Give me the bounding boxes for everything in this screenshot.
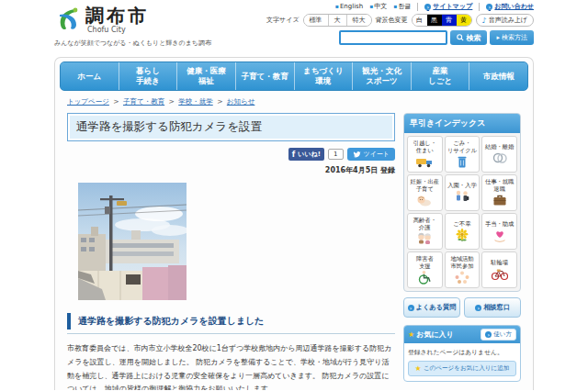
elderly-couple-icon	[415, 231, 434, 246]
index-item-work-employment[interactable]: 仕事・就職 退職	[481, 174, 517, 211]
favorites-usage-button[interactable]: › 使い方	[481, 329, 516, 341]
nav-childcare-education[interactable]: 子育て・教育	[236, 62, 295, 90]
search-button[interactable]: 検索	[450, 30, 487, 45]
speaker-icon: ♪	[482, 17, 487, 25]
bg-chip-yellow[interactable]: 黄	[457, 15, 471, 26]
index-item-moving-housing[interactable]: 引越し・ 住まい	[407, 136, 443, 173]
site-name: 調布市	[85, 6, 149, 26]
faq-button[interactable]: › よくある質問	[403, 297, 460, 318]
article-photo-security-camera-street	[78, 183, 187, 300]
school-children-icon	[453, 189, 471, 204]
divider	[479, 3, 480, 11]
quick-index: 早引きインデックス 引越し・ 住まい ごみ・ リサイクル	[403, 113, 521, 292]
page-title: 通学路を撮影する防犯カメラを設置	[67, 113, 395, 141]
index-item-school-admission[interactable]: 入園・入学	[445, 174, 481, 211]
search-method-button[interactable]: ▸ 検索方法	[490, 30, 534, 45]
bg-chip-black[interactable]: 黒	[427, 15, 442, 26]
moving-truck-icon	[415, 154, 434, 169]
bg-color-label: 背景色変更	[376, 16, 408, 25]
divider	[417, 3, 418, 11]
site-name-en: Chofu City	[87, 26, 149, 34]
circle-arrow-icon: ›	[485, 331, 492, 338]
divider	[67, 333, 395, 334]
wedding-rings-icon	[491, 151, 509, 165]
index-item-bereavement[interactable]: ご不幸	[445, 213, 481, 250]
consultation-button[interactable]: › 相談窓口	[464, 297, 521, 318]
lang-link-chinese[interactable]: ▪中文	[369, 2, 387, 11]
baby-icon	[415, 193, 434, 207]
nav-industry-work[interactable]: 産業 しごと	[412, 62, 470, 90]
lang-bullet-icon: ▪	[393, 3, 397, 9]
registration-date: 2016年4月5日 登録	[67, 165, 395, 175]
lang-link-english[interactable]: ▪English	[335, 3, 363, 10]
chrysanthemum-icon	[453, 228, 471, 242]
star-icon: ★	[415, 364, 422, 373]
community-icon	[453, 270, 471, 285]
nav-tourism-culture-sports[interactable]: 観光・文化 スポーツ	[353, 62, 412, 90]
lang-bullet-icon: ▪	[369, 3, 373, 9]
arrow-bullet-icon: ▸	[496, 34, 500, 41]
bg-chip-white[interactable]: 白	[413, 15, 427, 26]
header-utilities: ▪English ▪中文 ▪한글 ›サイトマップ ›お問い合わせ 文字サイズ 標…	[266, 2, 534, 45]
quick-index-title: 早引きインデックス	[404, 114, 520, 133]
breadcrumb-school[interactable]: 学校・就学	[178, 97, 213, 106]
favorites-empty-text: 登録されたページはありません。	[408, 348, 516, 357]
nav-living-procedures[interactable]: 暮らし 手続き	[119, 62, 178, 90]
bg-color-group: 白 黒 青 黄	[412, 14, 472, 27]
lang-bullet-icon: ▪	[335, 3, 339, 9]
search-input[interactable]	[339, 30, 447, 45]
index-item-elderly-care[interactable]: 高齢者・ 介護	[407, 213, 443, 250]
breadcrumb-separator: >	[169, 97, 175, 106]
facebook-like-button[interactable]: f いいね!	[288, 148, 324, 161]
favorites-header: ★ お気に入り › 使い方	[404, 326, 520, 343]
index-item-community-participation[interactable]: 地域活動 市民参加	[445, 251, 481, 288]
trash-can-icon	[453, 154, 471, 169]
circle-arrow-icon: ›	[424, 4, 431, 10]
add-to-favorites-button[interactable]: ★ このページをお気に入りに追加	[408, 361, 516, 376]
font-size-standard[interactable]: 標準	[304, 15, 329, 26]
heart-in-hands-icon	[491, 228, 509, 242]
accessibility-row: 文字サイズ 標準 大 特大 背景色変更 白 黒 青 黄 ♪ 音声読み上げ	[266, 14, 534, 27]
tweet-button[interactable]: ツイート	[347, 148, 396, 161]
index-item-bicycle-parking[interactable]: 駐輪場	[481, 251, 517, 288]
index-item-trash-recycle[interactable]: ごみ・ リサイクル	[445, 136, 481, 173]
sitemap-link[interactable]: ›サイトマップ	[424, 2, 472, 11]
section-heading: 通学路を撮影する防犯カメラを設置しました	[67, 313, 395, 330]
nav-city-government[interactable]: 市政情報	[469, 62, 527, 90]
quick-index-grid: 引越し・ 住まい ごみ・ リサイクル 結婚・離婚	[404, 133, 520, 291]
star-icon: ★	[408, 330, 414, 339]
breadcrumb: トップページ > 子育て・教育 > 学校・就学 > お知らせ	[67, 97, 521, 106]
text-to-speech-button[interactable]: ♪ 音声読み上げ	[476, 14, 534, 27]
circle-arrow-icon: ›	[475, 305, 481, 311]
search-row: 検索 ▸ 検索方法	[266, 30, 534, 45]
font-size-xlarge[interactable]: 特大	[347, 15, 371, 26]
index-item-pregnancy-childcare[interactable]: 妊娠・出産 子育て	[407, 174, 443, 211]
index-item-marriage-divorce[interactable]: 結婚・離婚	[481, 136, 517, 173]
index-item-allowance-subsidy[interactable]: 手当・助成	[481, 213, 517, 250]
breadcrumb-news[interactable]: お知らせ	[227, 97, 255, 106]
nav-city-environment[interactable]: まちづくり 環境	[295, 62, 354, 90]
contact-link[interactable]: ›お問い合わせ	[486, 2, 534, 11]
twitter-icon	[353, 151, 361, 158]
article-body: 市教育委員会では、市内市立小学校全20校に1台ずつ学校敷地内から周辺通学路を撮影…	[67, 342, 395, 390]
breadcrumb-separator: >	[217, 97, 222, 106]
briefcase-icon	[491, 193, 509, 207]
font-size-large[interactable]: 大	[329, 15, 347, 26]
breadcrumb-top[interactable]: トップページ	[67, 97, 109, 106]
bg-chip-blue[interactable]: 青	[442, 15, 457, 26]
index-item-disability-support[interactable]: 障害者 支援	[407, 251, 443, 288]
nav-home[interactable]: ホーム	[61, 62, 119, 90]
circle-arrow-icon: ›	[408, 305, 414, 311]
favorites-title: ★ お気に入り	[408, 330, 454, 340]
content-area: トップページ > 子育て・教育 > 学校・就学 > お知らせ 通学路を撮影する防…	[60, 91, 528, 390]
social-buttons: f いいね! 1 ツイート	[67, 148, 395, 161]
nav-health-welfare[interactable]: 健康・医療 福祉	[177, 62, 236, 90]
page: 調布市 Chofu City みんなが笑顔でつながる・ぬくもりと輝きのまち調布 …	[54, 0, 534, 390]
chofu-logo-icon	[54, 6, 82, 33]
breadcrumb-childcare[interactable]: 子育て・教育	[123, 97, 164, 106]
bicycle-icon	[491, 266, 509, 281]
content-panel: ホーム 暮らし 手続き 健康・医療 福祉 子育て・教育 まちづくり 環境 観光・…	[54, 57, 534, 390]
favorites-body: 登録されたページはありません。 ★ このページをお気に入りに追加	[404, 343, 520, 381]
lang-link-korean[interactable]: ▪한글	[393, 2, 411, 11]
facebook-icon: f	[292, 151, 295, 159]
